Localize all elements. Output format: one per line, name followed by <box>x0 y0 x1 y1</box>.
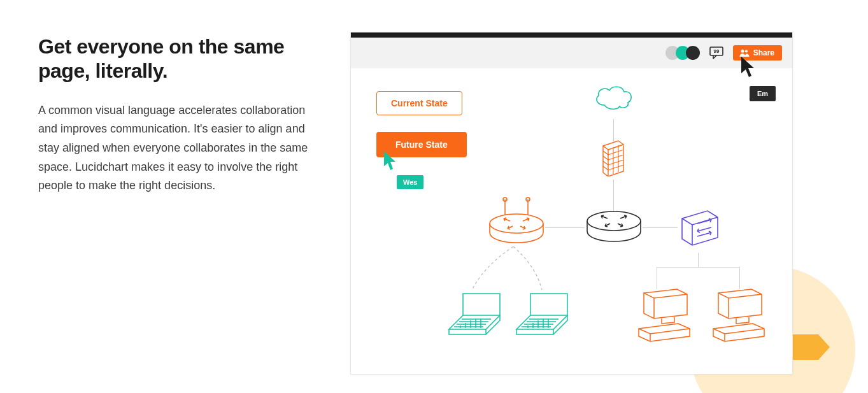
comment-icon: 99 <box>709 46 723 59</box>
connector-line <box>613 180 614 211</box>
current-state-button[interactable]: Current State <box>376 91 462 115</box>
comment-button[interactable]: 99 <box>709 46 724 60</box>
svg-point-9 <box>587 211 641 231</box>
diagram-canvas[interactable]: Em Current State Future State Wes <box>351 68 792 374</box>
switch-icon[interactable] <box>676 208 720 250</box>
collaborator-tag-em: Em <box>750 86 776 101</box>
wireless-router-icon[interactable] <box>486 196 547 249</box>
cursor-icon <box>383 150 398 171</box>
svg-text:99: 99 <box>713 48 719 54</box>
desktop-pc-icon[interactable] <box>630 288 694 345</box>
router-icon[interactable] <box>583 208 644 248</box>
collaborator-avatars[interactable] <box>665 46 700 60</box>
collaborator-tag-wes: Wes <box>397 175 423 189</box>
page-layout: Get everyone on the same page, literally… <box>0 0 868 375</box>
connector-line <box>739 267 740 289</box>
firewall-icon[interactable] <box>601 138 626 179</box>
connector-line <box>545 227 585 228</box>
svg-point-3 <box>745 50 748 52</box>
connector-line <box>657 267 657 289</box>
illustration-column: 99 Share <box>350 32 830 375</box>
text-column: Get everyone on the same page, literally… <box>38 32 312 375</box>
cloud-icon[interactable] <box>592 83 636 113</box>
laptop-icon[interactable] <box>445 290 509 342</box>
cursor-icon <box>740 55 757 80</box>
svg-point-2 <box>741 50 744 53</box>
lucidchart-app-window: 99 Share <box>350 32 793 375</box>
decorative-arrow-icon <box>792 331 830 363</box>
app-toolbar: 99 Share <box>351 38 792 68</box>
window-title-bar <box>351 32 792 38</box>
body-paragraph: A common visual language accelerates col… <box>38 101 312 196</box>
connector-line <box>657 267 739 268</box>
connector-line <box>698 253 699 267</box>
headline: Get everyone on the same page, literally… <box>38 35 312 83</box>
avatar-icon <box>686 46 700 60</box>
svg-point-8 <box>490 214 543 233</box>
connector-line <box>643 227 678 228</box>
desktop-pc-icon[interactable] <box>704 288 768 345</box>
laptop-icon[interactable] <box>513 290 576 342</box>
